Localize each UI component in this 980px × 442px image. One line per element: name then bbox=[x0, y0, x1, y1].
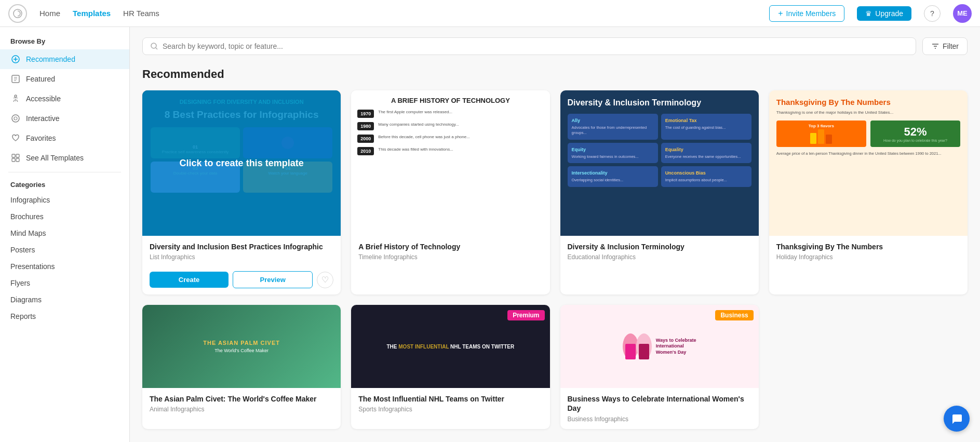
card-thumb-2: A BRIEF HISTORY OF TECHNOLOGY 1970 The f… bbox=[351, 90, 549, 236]
nav-hr-teams[interactable]: HR Teams bbox=[123, 9, 159, 18]
card-info-6: The Most Influential NHL Teams on Twitte… bbox=[351, 388, 549, 419]
template-card-7[interactable]: Business Ways to CelebrateInternationalW… bbox=[560, 305, 759, 428]
template-card-5[interactable]: THE ASIAN PALM CIVET The World's Coffee … bbox=[142, 305, 341, 428]
preview-button-1[interactable]: Preview bbox=[233, 271, 313, 288]
template-grid-row2: THE ASIAN PALM CIVET The World's Coffee … bbox=[142, 305, 968, 428]
card-actions-1: Create Preview ♡ bbox=[142, 267, 341, 294]
overlay-text-1: Click to create this template bbox=[171, 158, 312, 169]
template-card-1[interactable]: Designing for Diversity and Inclusion 8 … bbox=[142, 90, 341, 294]
card-thumb-4: Thanksgiving By The Numbers Thanksgiving… bbox=[769, 90, 968, 236]
card-thumb-7: Business Ways to CelebrateInternationalW… bbox=[560, 305, 759, 388]
card-subtitle-4: Holiday Infographics bbox=[776, 253, 960, 261]
help-button[interactable]: ? bbox=[924, 5, 941, 22]
nav-home[interactable]: Home bbox=[39, 9, 60, 18]
search-filter-row: Filter bbox=[142, 37, 968, 55]
logo[interactable] bbox=[8, 4, 27, 23]
overlay-text-6: Click to create this template bbox=[380, 341, 521, 352]
premium-badge-6: Premium bbox=[507, 310, 544, 320]
svg-rect-8 bbox=[12, 158, 15, 162]
browse-by-title: Browse By bbox=[0, 35, 129, 49]
crown-icon: ♛ bbox=[865, 9, 872, 18]
search-box[interactable] bbox=[142, 37, 916, 55]
template-card-2[interactable]: A BRIEF HISTORY OF TECHNOLOGY 1970 The f… bbox=[351, 90, 549, 294]
sidebar-cat-brochures[interactable]: Brochures bbox=[0, 208, 129, 225]
avatar[interactable]: ME bbox=[953, 4, 972, 23]
card-info-1: Diversity and Inclusion Best Practices I… bbox=[142, 236, 341, 267]
nav-links: Home Templates HR Teams bbox=[39, 9, 159, 18]
sidebar-item-interactive[interactable]: Interactive bbox=[0, 109, 129, 128]
card-subtitle-6: Sports Infographics bbox=[358, 406, 542, 413]
interactive-icon bbox=[10, 113, 21, 124]
sidebar-item-see-all-label: See All Templates bbox=[26, 154, 84, 162]
svg-point-4 bbox=[12, 115, 19, 122]
card-overlay-1[interactable]: Click to create this template bbox=[142, 90, 341, 236]
sidebar-item-featured[interactable]: Featured bbox=[0, 69, 129, 89]
search-input[interactable] bbox=[163, 42, 908, 50]
card-info-4: Thanksgiving By The Numbers Holiday Info… bbox=[769, 236, 968, 267]
sidebar-item-accessible[interactable]: Accessible bbox=[0, 89, 129, 109]
featured-icon bbox=[10, 74, 21, 84]
template-card-3[interactable]: Diversity & Inclusion Terminology Ally A… bbox=[560, 90, 759, 294]
card-subtitle-5: Animal Infographics bbox=[150, 406, 333, 413]
chat-bubble[interactable] bbox=[944, 406, 970, 432]
overlay-text-2: Click to create this template bbox=[380, 158, 521, 169]
card-title-1: Diversity and Inclusion Best Practices I… bbox=[150, 242, 333, 251]
nav-templates[interactable]: Templates bbox=[73, 9, 111, 18]
search-icon bbox=[150, 42, 158, 50]
favorite-button-1[interactable]: ♡ bbox=[317, 272, 333, 288]
sidebar-cat-infographics[interactable]: Infographics bbox=[0, 192, 129, 208]
card-thumb-5: THE ASIAN PALM CIVET The World's Coffee … bbox=[142, 305, 341, 388]
sidebar-cat-posters[interactable]: Posters bbox=[0, 242, 129, 258]
overlay-text-4: Click to create this template bbox=[798, 158, 938, 169]
star-icon bbox=[10, 54, 21, 64]
filter-icon bbox=[931, 42, 939, 50]
template-grid-row1: Designing for Diversity and Inclusion 8 … bbox=[142, 90, 968, 294]
main-content: Filter Recommended Designing for Diversi… bbox=[130, 27, 980, 442]
card-thumb-3: Diversity & Inclusion Terminology Ally A… bbox=[560, 90, 759, 236]
card-title-2: A Brief History of Technology bbox=[358, 242, 542, 251]
card-info-3: Diversity & Inclusion Terminology Educat… bbox=[560, 236, 759, 267]
categories-title: Categories bbox=[0, 177, 129, 192]
sidebar: Browse By Recommended Featured bbox=[0, 27, 130, 442]
grid-icon bbox=[10, 153, 21, 163]
card-info-7: Business Ways to Celebrate International… bbox=[560, 388, 759, 428]
heart-icon bbox=[10, 133, 21, 143]
svg-rect-6 bbox=[12, 154, 15, 157]
sidebar-item-interactive-label: Interactive bbox=[26, 114, 60, 123]
business-badge-7: Business bbox=[715, 310, 753, 320]
sidebar-item-see-all[interactable]: See All Templates bbox=[0, 148, 129, 168]
sidebar-item-accessible-label: Accessible bbox=[26, 95, 61, 103]
svg-point-3 bbox=[15, 95, 17, 97]
filter-button[interactable]: Filter bbox=[922, 37, 968, 55]
card-subtitle-3: Educational Infographics bbox=[568, 253, 751, 261]
sidebar-cat-flyers[interactable]: Flyers bbox=[0, 275, 129, 291]
sidebar-item-favorites[interactable]: Favorites bbox=[0, 128, 129, 148]
top-navigation: Home Templates HR Teams + Invite Members… bbox=[0, 0, 980, 27]
card-title-4: Thanksgiving By The Numbers bbox=[776, 242, 960, 251]
sidebar-divider bbox=[8, 172, 121, 172]
sidebar-item-recommended-label: Recommended bbox=[26, 55, 75, 63]
card-title-6: The Most Influential NHL Teams on Twitte… bbox=[358, 394, 542, 404]
sidebar-item-recommended[interactable]: Recommended bbox=[0, 49, 129, 69]
create-button-1[interactable]: Create bbox=[150, 272, 229, 288]
sidebar-cat-presentations[interactable]: Presentations bbox=[0, 258, 129, 275]
svg-point-5 bbox=[14, 117, 17, 120]
accessible-icon bbox=[10, 93, 21, 104]
template-card-4[interactable]: Thanksgiving By The Numbers Thanksgiving… bbox=[769, 90, 968, 294]
svg-rect-9 bbox=[16, 158, 19, 162]
sidebar-cat-reports[interactable]: Reports bbox=[0, 308, 129, 325]
overlay-text-5: Click to create this template bbox=[171, 341, 312, 352]
invite-members-button[interactable]: + Invite Members bbox=[769, 5, 844, 22]
section-title: Recommended bbox=[142, 68, 968, 81]
overlay-text-7: Click to create this template bbox=[589, 341, 730, 352]
card-title-5: The Asian Palm Civet: The World's Coffee… bbox=[150, 394, 333, 404]
template-card-6[interactable]: Premium THE Most INFLUENTIAL NHL TEAMS O… bbox=[351, 305, 549, 428]
svg-point-10 bbox=[151, 43, 156, 48]
upgrade-button[interactable]: ♛ Upgrade bbox=[857, 6, 911, 21]
sidebar-cat-diagrams[interactable]: Diagrams bbox=[0, 291, 129, 308]
card-subtitle-1: List Infographics bbox=[150, 253, 333, 261]
sidebar-cat-mindmaps[interactable]: Mind Maps bbox=[0, 225, 129, 242]
card-subtitle-7: Business Infographics bbox=[568, 416, 751, 423]
sidebar-item-favorites-label: Favorites bbox=[26, 134, 56, 142]
card-thumb-1: Designing for Diversity and Inclusion 8 … bbox=[142, 90, 341, 236]
